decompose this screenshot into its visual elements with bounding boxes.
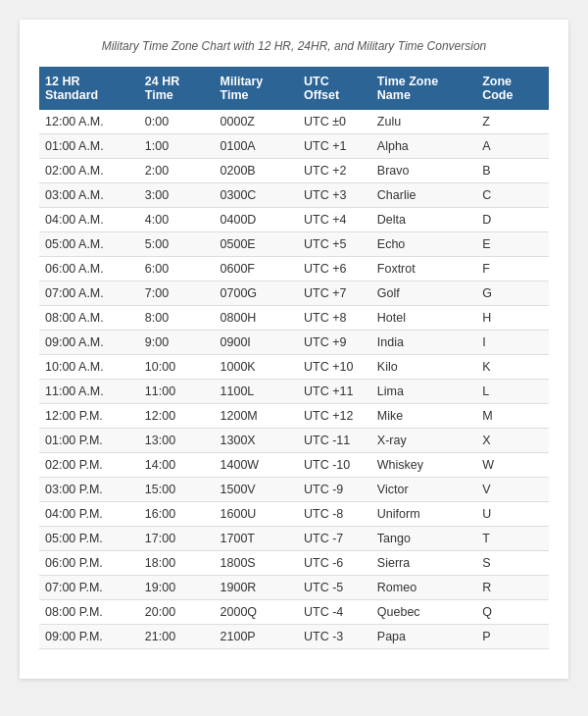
- table-cell: 1300X: [215, 429, 298, 453]
- table-cell: 08:00 P.M.: [39, 600, 139, 625]
- table-cell: UTC +8: [298, 306, 371, 331]
- table-cell: Bravo: [371, 159, 476, 183]
- table-cell: 02:00 A.M.: [39, 159, 139, 183]
- table-cell: H: [476, 306, 549, 331]
- table-cell: Romeo: [371, 576, 476, 600]
- table-cell: P: [476, 625, 549, 649]
- table-cell: 0000Z: [215, 110, 298, 134]
- table-cell: 2100P: [215, 625, 298, 649]
- table-cell: Echo: [371, 232, 476, 257]
- table-cell: 11:00 A.M.: [39, 380, 139, 404]
- table-cell: 07:00 A.M.: [39, 281, 139, 306]
- table-cell: 0100A: [215, 134, 298, 159]
- table-cell: 1:00: [139, 134, 215, 159]
- table-cell: L: [476, 380, 549, 404]
- table-cell: 15:00: [139, 478, 215, 502]
- table-cell: 10:00: [139, 355, 215, 380]
- table-cell: UTC +6: [298, 257, 371, 281]
- time-zone-table: 12 HR Standard24 HR TimeMilitary TimeUTC…: [39, 67, 549, 649]
- table-cell: 3:00: [139, 183, 215, 208]
- table-cell: UTC +12: [298, 404, 371, 429]
- table-cell: E: [476, 232, 549, 257]
- table-cell: G: [476, 281, 549, 306]
- column-header: Military Time: [215, 67, 298, 110]
- table-cell: 06:00 P.M.: [39, 551, 139, 576]
- table-cell: X: [476, 429, 549, 453]
- table-cell: UTC +3: [298, 183, 371, 208]
- table-cell: UTC -11: [298, 429, 371, 453]
- table-cell: Kilo: [371, 355, 476, 380]
- table-cell: UTC +10: [298, 355, 371, 380]
- table-row: 03:00 A.M.3:000300CUTC +3CharlieC: [39, 183, 549, 208]
- column-header: 12 HR Standard: [39, 67, 139, 110]
- table-cell: 4:00: [139, 208, 215, 232]
- table-cell: 1500V: [215, 478, 298, 502]
- table-row: 12:00 A.M.0:000000ZUTC ±0ZuluZ: [39, 110, 549, 134]
- table-cell: T: [476, 527, 549, 551]
- table-cell: Whiskey: [371, 453, 476, 478]
- table-row: 06:00 A.M.6:000600FUTC +6FoxtrotF: [39, 257, 549, 281]
- table-cell: 11:00: [139, 380, 215, 404]
- table-cell: 04:00 P.M.: [39, 502, 139, 527]
- table-cell: 1100L: [215, 380, 298, 404]
- table-cell: Q: [476, 600, 549, 625]
- table-cell: 0500E: [215, 232, 298, 257]
- table-cell: M: [476, 404, 549, 429]
- table-row: 03:00 P.M.15:001500VUTC -9VictorV: [39, 478, 549, 502]
- table-cell: 8:00: [139, 306, 215, 331]
- table-cell: Tango: [371, 527, 476, 551]
- table-cell: V: [476, 478, 549, 502]
- table-cell: Charlie: [371, 183, 476, 208]
- table-cell: 17:00: [139, 527, 215, 551]
- table-cell: 12:00 A.M.: [39, 110, 139, 134]
- table-cell: 04:00 A.M.: [39, 208, 139, 232]
- column-header: Time Zone Name: [371, 67, 476, 110]
- table-cell: 21:00: [139, 625, 215, 649]
- table-cell: 0600F: [215, 257, 298, 281]
- table-cell: 0900I: [215, 331, 298, 355]
- table-cell: 09:00 P.M.: [39, 625, 139, 649]
- table-cell: 09:00 A.M.: [39, 331, 139, 355]
- table-row: 11:00 A.M.11:001100LUTC +11LimaL: [39, 380, 549, 404]
- table-cell: Papa: [371, 625, 476, 649]
- page-container: Military Time Zone Chart with 12 HR, 24H…: [20, 20, 568, 679]
- table-cell: 1800S: [215, 551, 298, 576]
- table-row: 07:00 A.M.7:000700GUTC +7GolfG: [39, 281, 549, 306]
- table-cell: 08:00 A.M.: [39, 306, 139, 331]
- table-row: 09:00 A.M.9:000900IUTC +9IndiaI: [39, 331, 549, 355]
- table-cell: UTC +5: [298, 232, 371, 257]
- table-cell: 6:00: [139, 257, 215, 281]
- table-body: 12:00 A.M.0:000000ZUTC ±0ZuluZ01:00 A.M.…: [39, 110, 549, 649]
- table-cell: 03:00 P.M.: [39, 478, 139, 502]
- table-cell: 16:00: [139, 502, 215, 527]
- table-cell: 07:00 P.M.: [39, 576, 139, 600]
- table-cell: W: [476, 453, 549, 478]
- table-cell: 13:00: [139, 429, 215, 453]
- table-cell: 0400D: [215, 208, 298, 232]
- table-cell: Alpha: [371, 134, 476, 159]
- table-row: 02:00 A.M.2:000200BUTC +2BravoB: [39, 159, 549, 183]
- table-row: 09:00 P.M.21:002100PUTC -3PapaP: [39, 625, 549, 649]
- table-cell: Z: [476, 110, 549, 134]
- table-cell: UTC +4: [298, 208, 371, 232]
- table-cell: 1200M: [215, 404, 298, 429]
- table-header-row: 12 HR Standard24 HR TimeMilitary TimeUTC…: [39, 67, 549, 110]
- table-row: 12:00 P.M.12:001200MUTC +12MikeM: [39, 404, 549, 429]
- table-cell: 05:00 P.M.: [39, 527, 139, 551]
- table-row: 01:00 A.M.1:000100AUTC +1AlphaA: [39, 134, 549, 159]
- table-cell: 1600U: [215, 502, 298, 527]
- table-cell: 9:00: [139, 331, 215, 355]
- table-cell: Delta: [371, 208, 476, 232]
- table-cell: Uniform: [371, 502, 476, 527]
- table-cell: 0200B: [215, 159, 298, 183]
- table-cell: K: [476, 355, 549, 380]
- table-cell: 1000K: [215, 355, 298, 380]
- table-cell: 1700T: [215, 527, 298, 551]
- table-cell: 7:00: [139, 281, 215, 306]
- table-cell: I: [476, 331, 549, 355]
- table-cell: India: [371, 331, 476, 355]
- table-cell: D: [476, 208, 549, 232]
- table-cell: 1400W: [215, 453, 298, 478]
- table-cell: 12:00 P.M.: [39, 404, 139, 429]
- table-cell: 03:00 A.M.: [39, 183, 139, 208]
